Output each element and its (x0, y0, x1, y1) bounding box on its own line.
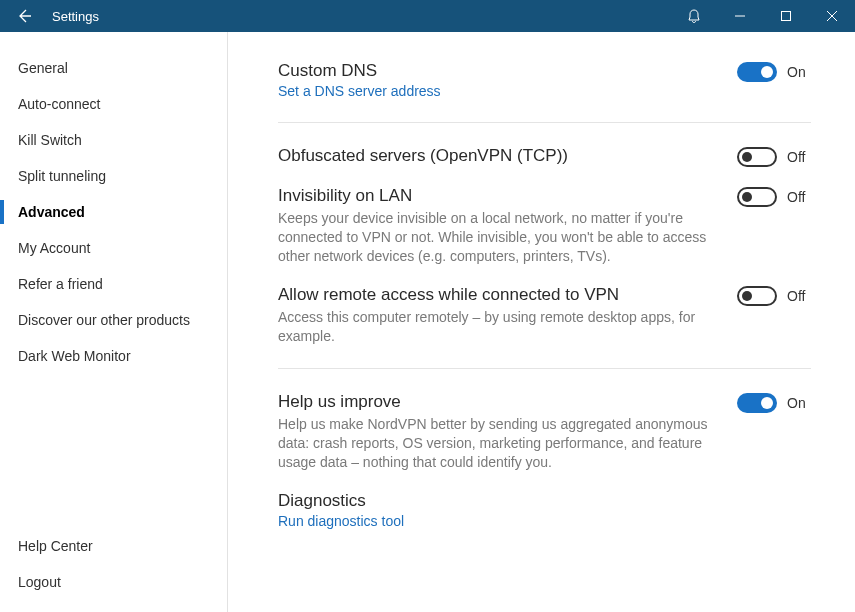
remote-access-state: Off (787, 288, 811, 304)
obfuscated-row: Obfuscated servers (OpenVPN (TCP)) Off (278, 143, 811, 169)
close-icon (827, 11, 837, 21)
invisibility-desc: Keeps your device invisible on a local n… (278, 209, 719, 266)
sidebar-item-help-center[interactable]: Help Center (0, 528, 227, 564)
diagnostics-row: Diagnostics Run diagnostics tool (278, 488, 811, 532)
obfuscated-title: Obfuscated servers (OpenVPN (TCP)) (278, 145, 719, 167)
invisibility-toggle[interactable] (737, 187, 777, 207)
sidebar-item-general[interactable]: General (0, 50, 227, 86)
sidebar-item-split-tunneling[interactable]: Split tunneling (0, 158, 227, 194)
sidebar-item-auto-connect[interactable]: Auto-connect (0, 86, 227, 122)
invisibility-row: Invisibility on LAN Keeps your device in… (278, 183, 811, 268)
separator (278, 368, 811, 369)
invisibility-title: Invisibility on LAN (278, 185, 719, 207)
separator (278, 122, 811, 123)
custom-dns-toggle[interactable] (737, 62, 777, 82)
obfuscated-state: Off (787, 149, 811, 165)
help-improve-desc: Help us make NordVPN better by sending u… (278, 415, 719, 472)
notifications-button[interactable] (671, 0, 717, 32)
minimize-icon (735, 11, 745, 21)
sidebar-item-kill-switch[interactable]: Kill Switch (0, 122, 227, 158)
content-panel: Custom DNS Set a DNS server address On O… (228, 32, 855, 612)
close-button[interactable] (809, 0, 855, 32)
sidebar-item-dark-web-monitor[interactable]: Dark Web Monitor (0, 338, 227, 374)
remote-access-toggle[interactable] (737, 286, 777, 306)
remote-access-desc: Access this computer remotely – by using… (278, 308, 719, 346)
help-improve-state: On (787, 395, 811, 411)
back-button[interactable] (0, 0, 48, 32)
run-diagnostics-link[interactable]: Run diagnostics tool (278, 513, 404, 529)
set-dns-link[interactable]: Set a DNS server address (278, 83, 441, 99)
sidebar-footer: Help Center Logout (0, 528, 227, 612)
obfuscated-toggle[interactable] (737, 147, 777, 167)
app-body: General Auto-connect Kill Switch Split t… (0, 32, 855, 612)
sidebar-nav: General Auto-connect Kill Switch Split t… (0, 50, 227, 374)
custom-dns-row: Custom DNS Set a DNS server address On (278, 58, 811, 102)
minimize-button[interactable] (717, 0, 763, 32)
custom-dns-state: On (787, 64, 811, 80)
arrow-left-icon (16, 8, 32, 24)
diagnostics-title: Diagnostics (278, 490, 811, 512)
help-improve-row: Help us improve Help us make NordVPN bet… (278, 389, 811, 474)
bell-icon (686, 8, 702, 24)
help-improve-title: Help us improve (278, 391, 719, 413)
help-improve-toggle[interactable] (737, 393, 777, 413)
sidebar-item-my-account[interactable]: My Account (0, 230, 227, 266)
sidebar-item-advanced[interactable]: Advanced (0, 194, 227, 230)
sidebar: General Auto-connect Kill Switch Split t… (0, 32, 228, 612)
sidebar-item-logout[interactable]: Logout (0, 564, 227, 600)
remote-access-title: Allow remote access while connected to V… (278, 284, 719, 306)
maximize-button[interactable] (763, 0, 809, 32)
svg-rect-1 (782, 12, 791, 21)
sidebar-item-discover-products[interactable]: Discover our other products (0, 302, 227, 338)
titlebar-controls (671, 0, 855, 32)
remote-access-row: Allow remote access while connected to V… (278, 282, 811, 348)
window-title: Settings (48, 9, 671, 24)
maximize-icon (781, 11, 791, 21)
titlebar: Settings (0, 0, 855, 32)
custom-dns-title: Custom DNS (278, 60, 719, 82)
sidebar-item-refer-a-friend[interactable]: Refer a friend (0, 266, 227, 302)
invisibility-state: Off (787, 189, 811, 205)
